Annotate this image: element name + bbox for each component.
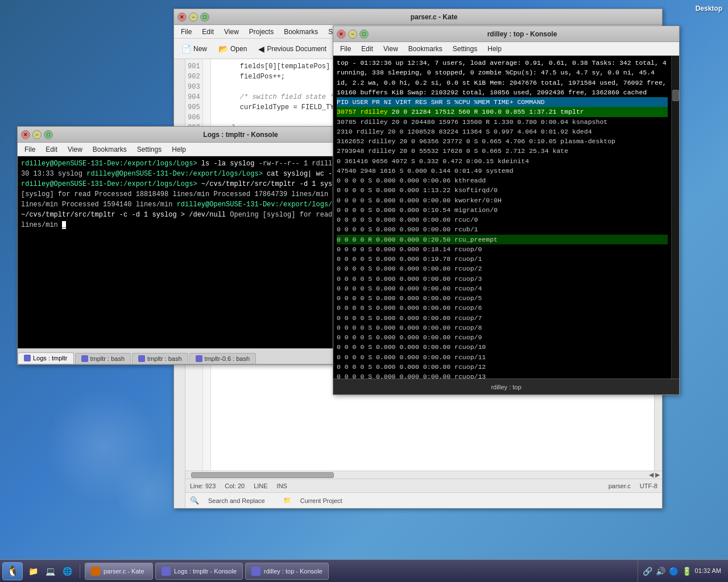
konsole-top-window: ✕ − □ rdilley : top - Konsole File Edit … [333,26,680,395]
kate-open-button[interactable]: 📂 Open [213,42,252,56]
project-icon: 📁 [283,497,291,504]
taskbar-browser-button[interactable]: 🌐 [59,563,75,579]
konsole-top-close-button[interactable]: ✕ [337,30,346,39]
kate-min-button[interactable]: − [189,13,198,22]
search-icon: 🔍 [190,496,199,505]
konsole-tab-bash3-label: tmpltr-0.6 : bash [205,355,250,362]
status-file: parser.c [609,483,631,489]
kate-max-button[interactable]: □ [200,13,209,22]
konsole-top-body: top - 01:32:36 up 12:34, 7 users, load a… [333,56,679,379]
konsole-logs-controls[interactable]: ✕ − □ [21,130,53,139]
kate-menu-bookmarks[interactable]: Bookmarks [279,27,322,37]
new-icon: 📄 [181,44,191,53]
taskbar-kate-button[interactable]: parser.c - Kate [85,563,153,580]
battery-icon[interactable]: 🔋 [682,567,692,576]
konsole-tab-bash1-icon [81,355,88,362]
konsole-tab-logs-icon [24,355,31,361]
taskbar-file-manager-button[interactable]: 📁 [25,563,41,579]
kate-prev-doc-button[interactable]: ◀ Previous Document [253,42,332,56]
konsole-logs-menu-settings[interactable]: Settings [133,144,166,155]
konsole-tab-bash3[interactable]: tmpltr-0.6 : bash [189,353,256,364]
taskbar-logs-label: Logs : tmpltr - Konsole [174,568,237,575]
konsole-logs-menu-help[interactable]: Help [167,144,191,155]
taskbar-kate-label: parser.c - Kate [104,568,144,575]
taskbar-terminal-button[interactable]: 💻 [42,563,58,579]
current-project-label[interactable]: Current Project [300,497,342,504]
desktop: Desktop ✕ − □ parser.c - Kate File Edit … [0,0,728,559]
network-icon[interactable]: 🔗 [643,567,652,576]
konsole-tab-bash1-label: tmpltr : bash [90,355,125,362]
konsole-tab-bash2[interactable]: tmpltr : bash [132,353,188,364]
konsole-top-menu-file[interactable]: File [336,44,355,54]
kate-bottombar: 🔍 Search and Replace 📁 Current Project [185,492,662,508]
top-scrollbar[interactable] [671,56,679,379]
konsole-tab-logs-label: Logs : tmpltr [33,355,68,361]
start-icon: 🐧 [6,565,19,577]
konsole-tab-logs[interactable]: Logs : tmpltr [18,352,74,364]
system-time: 01:32 AM [695,567,721,575]
konsole-tab-bash1[interactable]: tmpltr : bash [75,353,131,364]
konsole-tab-bash3-icon [196,355,202,362]
konsole-logs-menu-file[interactable]: File [20,144,40,155]
taskbar-kate-icon [91,567,100,576]
konsole-top-min-button[interactable]: − [348,30,357,39]
kate-window-title: parser.c - Kate [209,13,659,21]
konsole-top-taskbar: rdilley : top [333,379,679,394]
taskbar-quick-launch: 📁 💻 🌐 [25,563,75,579]
taskbar-start-button[interactable]: 🐧 [2,562,23,580]
konsole-top-menu-help[interactable]: Help [483,44,506,54]
kate-menu-file[interactable]: File [176,27,196,37]
status-ins: INS [277,483,287,489]
desktop-label: Desktop [696,5,722,13]
konsole-top-title: rdilley : top - Konsole [369,30,676,38]
konsole-top-menu-edit[interactable]: Edit [357,44,378,54]
bluetooth-icon[interactable]: 🔵 [669,567,679,576]
code-hscrollbar-thumb [191,472,334,478]
konsole-logs-min-button[interactable]: − [32,130,42,139]
taskbar-logs-icon [162,567,171,576]
kate-menu-projects[interactable]: Projects [245,27,278,37]
top-scrollbar-thumb [672,90,679,101]
sound-icon[interactable]: 🔊 [656,567,665,576]
konsole-logs-menu-edit[interactable]: Edit [41,144,62,155]
konsole-tab-bash2-icon [138,355,145,362]
open-icon: 📂 [218,44,228,53]
konsole-logs-menu-view[interactable]: View [63,144,87,155]
konsole-top-controls[interactable]: ✕ − □ [337,30,369,39]
kate-menu-edit[interactable]: Edit [197,27,218,37]
kate-menu-view[interactable]: View [220,27,243,37]
kate-open-label: Open [230,45,247,53]
konsole-logs-close-button[interactable]: ✕ [21,130,30,139]
taskbar-top-icon [251,567,260,576]
taskbar-logs-button[interactable]: Logs : tmpltr - Konsole [155,563,243,580]
search-replace-label[interactable]: Search and Replace [208,497,265,504]
konsole-tab-bash2-label: tmpltr : bash [147,355,182,362]
konsole-top-titlebar: ✕ − □ rdilley : top - Konsole [333,26,679,42]
kate-window-controls[interactable]: ✕ − □ [177,13,209,22]
taskbar-top-label: rdilley : top - Konsole [264,568,322,575]
kate-new-label: New [193,45,207,53]
konsole-logs-max-button[interactable]: □ [44,130,53,139]
konsole-top-taskbar-label: rdilley : top [491,384,521,390]
konsole-top-menu-settings[interactable]: Settings [448,44,482,54]
konsole-logs-menu-bookmarks[interactable]: Bookmarks [88,144,131,155]
konsole-top-menubar: File Edit View Bookmarks Settings Help [333,42,679,56]
taskbar-sys-tray: 🔗 🔊 🔵 🔋 01:32 AM [638,560,726,582]
kate-close-button[interactable]: ✕ [177,13,187,22]
konsole-top-menu-bookmarks[interactable]: Bookmarks [404,44,447,54]
status-encoding: UTF-8 [640,483,657,489]
taskbar: 🐧 📁 💻 🌐 parser.c - Kate Logs : tmpltr - … [0,559,728,582]
kate-new-button[interactable]: 📄 New [176,42,212,56]
konsole-top-max-button[interactable]: □ [359,30,369,39]
kate-titlebar: ✕ − □ parser.c - Kate [174,9,662,25]
status-col: Col: 20 [225,483,245,489]
taskbar-top-button[interactable]: rdilley : top - Konsole [245,563,329,580]
top-terminal-content[interactable]: top - 01:32:36 up 12:34, 7 users, load a… [333,56,671,379]
taskbar-separator [80,564,80,578]
kate-statusbar: Line: 923 Col: 20 LINE INS parser.c UTF-… [185,479,662,492]
status-line: Line: 923 [190,483,216,489]
code-hscrollbar[interactable]: ◀ ▶ [185,471,662,479]
prev-doc-icon: ◀ [258,44,264,53]
konsole-top-menu-view[interactable]: View [379,44,403,54]
status-mode: LINE [254,483,267,489]
